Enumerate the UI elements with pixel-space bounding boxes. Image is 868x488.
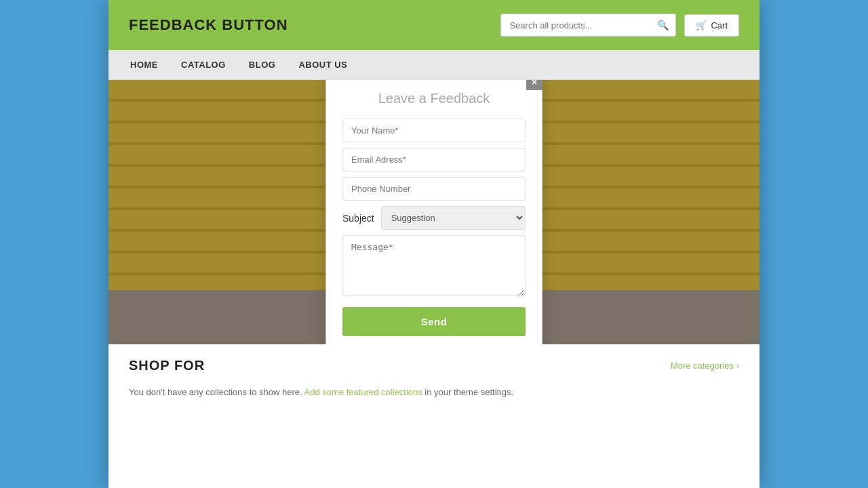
header-right: 🔍 🛒 Cart (500, 14, 739, 37)
shop-section: SHOP FOR More categories › (108, 344, 760, 387)
search-input[interactable] (501, 15, 650, 36)
modal-close-button[interactable]: × (526, 80, 542, 90)
send-button[interactable]: Send (342, 307, 526, 336)
email-input[interactable] (342, 148, 526, 171)
hero-section: × Leave a Feedback Subject Suggestion Co… (108, 80, 760, 344)
nav-item-about[interactable]: ABOUT US (297, 50, 349, 79)
cart-icon: 🛒 (696, 20, 707, 30)
cart-button[interactable]: 🛒 Cart (684, 14, 739, 37)
nav-item-catalog[interactable]: CATALOG (180, 50, 227, 79)
subject-label: Subject (342, 213, 374, 224)
collections-suffix: in your theme settings. (425, 387, 513, 397)
modal-overlay: × Leave a Feedback Subject Suggestion Co… (108, 80, 760, 344)
collections-link[interactable]: Add some featured collections (304, 387, 422, 397)
feedback-modal: × Leave a Feedback Subject Suggestion Co… (326, 80, 542, 344)
search-form: 🔍 (500, 14, 676, 37)
phone-input[interactable] (342, 177, 526, 201)
nav-item-home[interactable]: HOME (129, 50, 159, 79)
navigation: HOME CATALOG BLOG ABOUT US (108, 50, 760, 80)
collections-text: You don't have any collections to show h… (108, 387, 760, 411)
search-button[interactable]: 🔍 (650, 14, 675, 36)
header: FEEDBACK BUTTON 🔍 🛒 Cart (108, 0, 760, 50)
page-wrapper: FEEDBACK BUTTON 🔍 🛒 Cart HOME CATALOG BL… (108, 0, 760, 488)
search-icon: 🔍 (657, 20, 669, 30)
cart-label: Cart (711, 20, 728, 30)
name-input[interactable] (342, 119, 526, 142)
nav-item-blog[interactable]: BLOG (248, 50, 277, 79)
subject-row: Subject Suggestion Complaint Question Ot… (342, 206, 526, 230)
shop-title: SHOP FOR (129, 358, 205, 373)
more-categories-link[interactable]: More categories › (671, 361, 739, 371)
collections-prefix: You don't have any collections to show h… (129, 387, 302, 397)
subject-select[interactable]: Suggestion Complaint Question Other (381, 206, 526, 230)
modal-title: Leave a Feedback (342, 91, 526, 106)
site-title: FEEDBACK BUTTON (129, 16, 288, 34)
message-textarea[interactable] (342, 235, 526, 296)
